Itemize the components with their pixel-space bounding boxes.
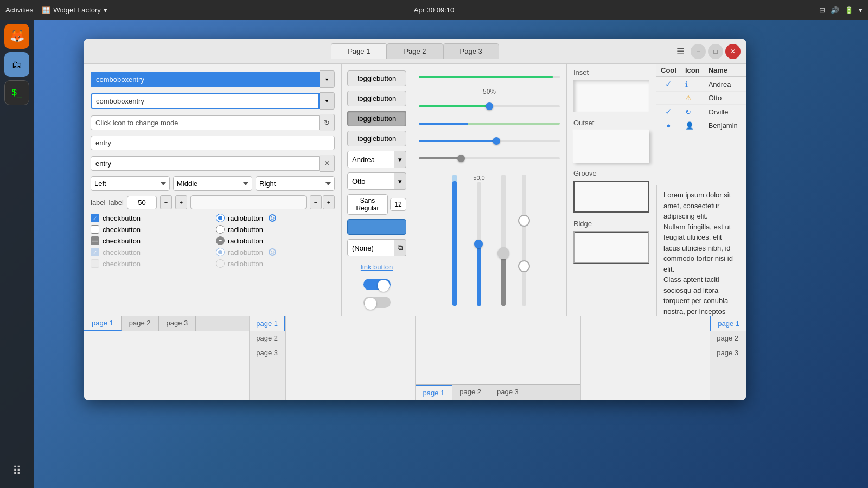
combobox1-row: ▾ [91,70,335,88]
v-slider4-thumb-top[interactable] [518,215,530,227]
combo-otto-entry[interactable] [347,172,394,190]
entry1[interactable] [91,136,335,150]
color-picker[interactable] [190,195,307,209]
nb3-tab3[interactable]: page 3 [489,385,526,400]
checkbox1[interactable]: ✓ [91,214,99,222]
data-table: Cool Icon Name Nick ✓ ℹ Andrea Cimi [656,64,746,132]
entry2[interactable] [91,156,320,171]
toggle-switch1[interactable] [363,279,391,290]
color-plus[interactable]: + [323,195,335,209]
lorem-text: Lorem ipsum dolor sit amet, consectetur … [663,190,739,316]
v-slider3-wrap [501,175,506,306]
radio5[interactable] [216,259,225,268]
combobox2-entry[interactable] [91,93,320,109]
col-icon[interactable]: Icon [681,64,704,77]
dock-firefox[interactable]: 🦊 [4,24,29,49]
nb2-tab1[interactable]: page 1 [250,316,285,331]
slider-panel: 50% [412,64,567,316]
groove-label: Groove [573,169,649,177]
table-row[interactable]: ✓ ⚠ Otto chaotic [656,92,746,105]
col-name[interactable]: Name [704,64,742,77]
scale-fill2 [419,105,489,107]
link-button[interactable]: link button [361,261,393,273]
checkbox1-label: checkbutton [103,214,141,222]
dropdown-left[interactable]: LeftMiddleRight [91,176,170,191]
scale-row2 [419,100,560,113]
scale-thumb4[interactable] [493,137,500,145]
scale-fill4 [419,140,496,142]
nb1-tab2[interactable]: page 2 [122,316,159,331]
dock-files[interactable]: 🗂 [4,52,29,77]
window-close-button[interactable]: ✕ [725,44,741,59]
table-row[interactable]: ● 👤 Benjamin Company [656,119,746,132]
toggle-switch2[interactable] [363,297,391,308]
col-cool[interactable]: Cool [656,64,681,77]
scale-row3 [419,117,560,130]
radio4-row: radiobutton ↻ [216,248,335,256]
none-entry[interactable] [347,239,394,256]
spin-plus[interactable]: + [175,195,187,209]
system-menu-arrow[interactable]: ▾ [859,6,863,14]
checkbox2[interactable] [91,225,99,234]
nb3-tab2[interactable]: page 2 [452,385,489,400]
right-panel: Cool Icon Name Nick ✓ ℹ Andrea Cimi [656,64,746,316]
nb2-tab2[interactable]: page 2 [250,331,285,345]
nb3-tab1[interactable]: page 1 [416,385,452,400]
col-nick[interactable]: Nick [742,64,746,77]
togglebutton1[interactable]: togglebutton [347,70,406,86]
nb4-tab1[interactable]: page 1 [710,316,746,331]
color-button[interactable] [347,219,406,235]
v-slider2-thumb[interactable] [474,240,483,248]
v-slider2-fill [477,244,481,306]
dock-terminal[interactable]: $_ [4,80,29,105]
combobox1-arrow[interactable]: ▾ [320,70,335,88]
spin-input[interactable] [127,196,157,209]
combo-andrea-arrow[interactable]: ▾ [394,151,406,168]
checkbox5[interactable] [91,259,99,268]
none-arrow-btn[interactable]: ⧉ [394,239,406,256]
radio4[interactable] [216,248,225,256]
dock-grid[interactable]: ⠿ [4,459,29,484]
combobox2-arrow[interactable]: ▾ [320,92,335,110]
combo-otto-arrow[interactable]: ▾ [394,172,406,190]
font-size[interactable]: 12 [390,198,406,211]
nb1-tab3[interactable]: page 3 [159,316,196,331]
nb4-tab2[interactable]: page 2 [710,331,746,345]
color-minus[interactable]: − [310,195,322,209]
entry2-clear-button[interactable]: ✕ [320,155,335,172]
window-minimize-button[interactable]: − [691,44,706,59]
tab-page1[interactable]: Page 1 [331,43,387,59]
table-row[interactable]: ✓ ℹ Andrea Cimi [656,77,746,92]
mode-entry[interactable] [91,115,320,130]
table-row[interactable]: ✓ ↻ Orville Redenbacher [656,105,746,119]
mode-refresh-button[interactable]: ↻ [320,114,335,131]
scale-row4 [419,134,560,147]
window-maximize-button[interactable]: □ [708,44,723,59]
checkbox4[interactable]: ✓ [91,248,99,256]
combobox1-entry[interactable] [91,72,320,87]
nb1-tab1[interactable]: page 1 [84,316,122,331]
window-menu-button[interactable]: ☰ [676,46,684,56]
togglebutton3[interactable]: togglebutton [347,111,406,126]
font-display[interactable]: Sans Regular [347,194,388,215]
combo-andrea-entry[interactable] [347,151,394,168]
tab-page2[interactable]: Page 2 [387,43,443,59]
scale-track2 [419,105,560,107]
activities-button[interactable]: Activities [5,6,33,14]
link-button-wrap: link button [347,261,406,273]
togglebutton4[interactable]: togglebutton [347,131,406,146]
nb2-tab3[interactable]: page 3 [250,345,285,360]
spin-minus[interactable]: − [160,195,172,209]
nb4-tab3[interactable]: page 3 [710,345,746,360]
tab-page3[interactable]: Page 3 [443,43,499,59]
app-indicator[interactable]: 🪟 Widget Factory ▾ [42,6,107,14]
scale-thumb2[interactable] [486,102,493,110]
dropdown-right[interactable]: LeftMiddleRight [256,176,335,191]
checkbox3[interactable]: — [91,236,99,245]
v-slider4-thumb-bottom[interactable] [518,260,530,272]
togglebutton2[interactable]: togglebutton [347,91,406,106]
radio3[interactable] [216,236,225,245]
radio2[interactable] [216,225,225,234]
dropdown-middle[interactable]: LeftMiddleRight [173,176,252,191]
radio1[interactable] [216,214,225,222]
